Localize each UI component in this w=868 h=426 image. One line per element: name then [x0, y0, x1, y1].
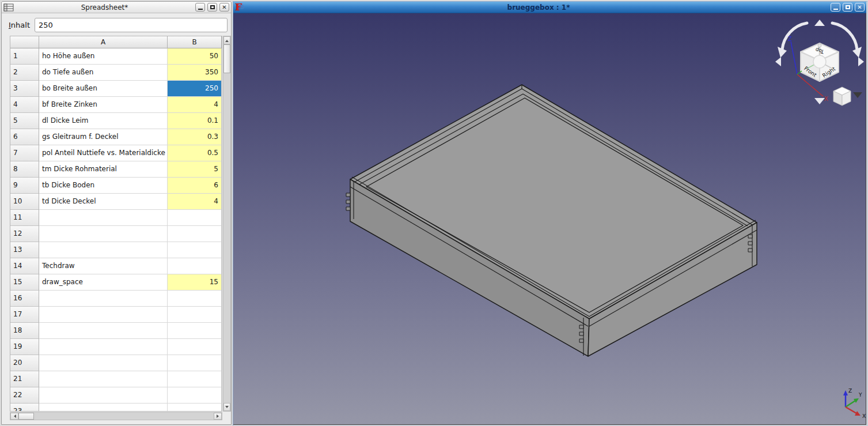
cell-b[interactable]: 6	[168, 178, 222, 194]
cell-a[interactable]	[39, 291, 168, 307]
nav-cube-hub[interactable]	[813, 55, 826, 68]
scroll-up-button[interactable]	[223, 36, 230, 44]
cell-b[interactable]: 0.5	[168, 145, 222, 161]
cell-a[interactable]	[39, 226, 168, 242]
cell-b[interactable]	[168, 323, 222, 339]
cell-a[interactable]: bo Breite außen	[39, 81, 168, 97]
horizontal-scroll-thumb[interactable]	[18, 413, 34, 420]
spreadsheet-titlebar[interactable]: Spreadsheet* ✕	[2, 2, 231, 13]
row-header[interactable]: 11	[10, 210, 39, 226]
scroll-right-button[interactable]	[214, 413, 222, 420]
corner-header[interactable]	[10, 36, 39, 48]
cell-b[interactable]: 15	[168, 274, 222, 291]
viewer-minimize-button[interactable]	[831, 3, 840, 12]
cell-a[interactable]: draw_space	[39, 274, 168, 291]
cell-b[interactable]	[168, 387, 222, 404]
row-header[interactable]: 3	[10, 81, 39, 97]
cell-b[interactable]: 50	[168, 48, 222, 65]
cell-b[interactable]: 4	[168, 194, 222, 210]
cell-a[interactable]	[39, 355, 168, 371]
cell-a[interactable]: pol Anteil Nuttiefe vs. Materialdicke	[39, 145, 168, 161]
cell-a[interactable]	[39, 371, 168, 387]
cell-a[interactable]: dl Dicke Leim	[39, 113, 168, 129]
close-button[interactable]: ✕	[219, 3, 229, 12]
maximize-button[interactable]	[207, 3, 217, 12]
scroll-left-button[interactable]	[10, 413, 18, 420]
viewport-canvas[interactable]: Top Front Right Z X	[233, 13, 866, 424]
row-header[interactable]: 10	[10, 194, 39, 210]
cell-b[interactable]	[168, 210, 222, 226]
vertical-scroll-thumb[interactable]	[223, 44, 230, 73]
cell-b[interactable]	[168, 307, 222, 323]
finger-joints-right-corner	[748, 235, 752, 252]
cell-b[interactable]	[168, 404, 222, 412]
table-row: 1ho Höhe außen50	[10, 48, 222, 65]
cell-b[interactable]: 5	[168, 161, 222, 178]
cell-b[interactable]: 4	[168, 97, 222, 113]
cell-b[interactable]	[168, 291, 222, 307]
cell-a[interactable]: do Tiefe außen	[39, 65, 168, 81]
vertical-scroll-track[interactable]	[223, 73, 230, 403]
row-header[interactable]: 5	[10, 113, 39, 129]
vertical-scrollbar[interactable]	[223, 36, 231, 412]
row-header[interactable]: 16	[10, 291, 39, 307]
cell-a[interactable]: ho Höhe außen	[39, 48, 168, 65]
cell-a[interactable]: bf Breite Zinken	[39, 97, 168, 113]
row-header[interactable]: 22	[10, 387, 39, 404]
row-header[interactable]: 20	[10, 355, 39, 371]
cell-b[interactable]: 350	[168, 65, 222, 81]
column-header-b[interactable]: B	[168, 36, 222, 48]
row-header[interactable]: 9	[10, 178, 39, 194]
row-header[interactable]: 17	[10, 307, 39, 323]
row-header[interactable]: 23	[10, 404, 39, 412]
viewport-3d[interactable]: Top Front Right Z X	[233, 13, 866, 424]
corner-y-label: Y	[858, 392, 862, 398]
cell-a[interactable]	[39, 323, 168, 339]
cell-a[interactable]	[39, 404, 168, 412]
row-header[interactable]: 14	[10, 258, 39, 274]
cell-b[interactable]	[168, 339, 222, 355]
row-header[interactable]: 4	[10, 97, 39, 113]
row-header[interactable]: 19	[10, 339, 39, 355]
nav-style-mini-cube[interactable]	[833, 87, 851, 105]
row-header[interactable]: 12	[10, 226, 39, 242]
horizontal-scrollbar[interactable]	[10, 412, 222, 420]
cell-b[interactable]	[168, 371, 222, 387]
viewer-close-button[interactable]: ✕	[855, 3, 865, 12]
row-header[interactable]: 15	[10, 274, 39, 291]
cell-b[interactable]: 0.1	[168, 113, 222, 129]
column-header-a[interactable]: A	[39, 36, 168, 48]
row-header[interactable]: 21	[10, 371, 39, 387]
cell-a[interactable]: gs Gleitraum f. Deckel	[39, 129, 168, 145]
table-row: 8tm Dicke Rohmaterial5	[10, 161, 222, 178]
cell-b[interactable]	[168, 355, 222, 371]
viewer-maximize-button[interactable]	[843, 3, 852, 12]
cell-a[interactable]: tb Dicke Boden	[39, 178, 168, 194]
cell-a[interactable]: td Dicke Deckel	[39, 194, 168, 210]
viewer-titlebar[interactable]: F⚙ brueggebox : 1* ✕	[233, 2, 866, 13]
row-header[interactable]: 8	[10, 161, 39, 178]
minimize-button[interactable]	[195, 3, 205, 12]
cell-a[interactable]: Techdraw	[39, 258, 168, 274]
cell-b[interactable]	[168, 242, 222, 258]
row-header[interactable]: 13	[10, 242, 39, 258]
cell-a[interactable]	[39, 387, 168, 404]
cell-a[interactable]	[39, 210, 168, 226]
horizontal-scroll-track[interactable]	[34, 413, 214, 420]
scroll-down-button[interactable]	[223, 403, 230, 411]
table-row: 3bo Breite außen250	[10, 81, 222, 97]
row-header[interactable]: 1	[10, 48, 39, 65]
row-header[interactable]: 7	[10, 145, 39, 161]
cell-b[interactable]	[168, 258, 222, 274]
cell-b[interactable]	[168, 226, 222, 242]
row-header[interactable]: 18	[10, 323, 39, 339]
cell-a[interactable]	[39, 339, 168, 355]
cell-a[interactable]	[39, 307, 168, 323]
cell-b[interactable]: 250	[168, 81, 222, 97]
cell-b[interactable]: 0.3	[168, 129, 222, 145]
row-header[interactable]: 6	[10, 129, 39, 145]
cell-a[interactable]: tm Dicke Rohmaterial	[39, 161, 168, 178]
row-header[interactable]: 2	[10, 65, 39, 81]
cell-a[interactable]	[39, 242, 168, 258]
content-input[interactable]	[35, 18, 228, 32]
